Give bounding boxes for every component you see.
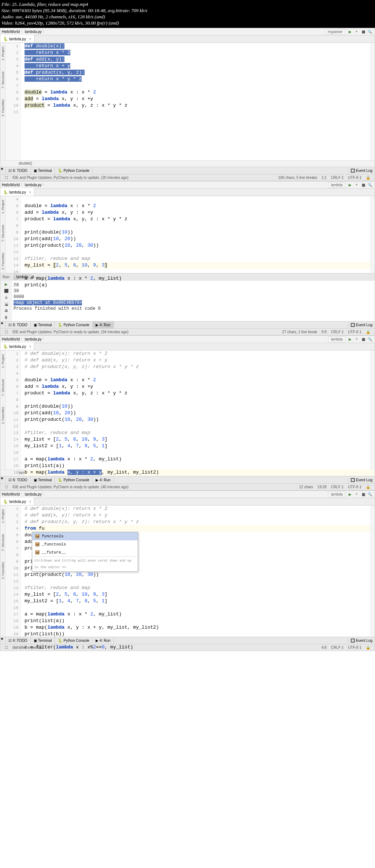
python-file-icon: 🐍	[3, 37, 8, 41]
code-editor[interactable]: 12345678910111213141516171819202122 # de…	[5, 505, 375, 637]
stop-icon[interactable]: ⬛	[4, 289, 9, 294]
event-log-button[interactable]: 🔲 Event Log	[348, 322, 375, 328]
editor-scrollbar[interactable]	[370, 43, 375, 160]
video-line: Video: h264, yuv420p, 1280x720, 572 kb/s…	[1, 20, 374, 26]
layout-icon[interactable]: ⬓	[4, 302, 9, 307]
python-file-icon: 🐍	[3, 190, 8, 194]
python-console-tab[interactable]: 🐍Python Console	[55, 321, 93, 328]
run-icon[interactable]: ▶	[347, 336, 353, 342]
code-editor[interactable]: 1234567891011 def double(x): return x * …	[5, 43, 375, 160]
close-icon[interactable]: ×	[29, 345, 31, 349]
editor-scrollbar[interactable]	[370, 505, 375, 637]
project-tool[interactable]: 1: Project	[1, 47, 5, 60]
terminal-tab[interactable]: ▣Terminal	[31, 321, 55, 328]
ide-pane-2: HelloWorld〉lambda.py〉 lambda ▶⌖▦🔍 🐍lambd…	[0, 181, 375, 335]
star-icon[interactable]: ★	[0, 167, 5, 174]
editor-tab-lambda[interactable]: 🐍lambda.py×	[0, 188, 34, 196]
run-tab[interactable]: ▶4: Run	[93, 476, 114, 483]
audio-line: Audio: aac, 44100 Hz, 2 channels, s16, 1…	[1, 14, 374, 20]
breadcrumb-file[interactable]: lambda.py	[25, 30, 42, 34]
event-log-button[interactable]: 🔲 Event Log	[348, 168, 375, 173]
editor-tab-lambda[interactable]: 🐍lambda.py×	[0, 343, 34, 350]
editor-scrollbar[interactable]	[370, 196, 375, 273]
breadcrumb-file[interactable]: lambda.py	[25, 492, 42, 496]
encoding[interactable]: UTF-8 ‡	[348, 176, 361, 180]
autocomplete-item[interactable]: 📦functools	[32, 532, 138, 540]
close-icon[interactable]: ×	[29, 37, 31, 41]
favorites-tool[interactable]: 2: Favorites	[1, 99, 5, 117]
structure-tool[interactable]: 7: Structure	[1, 71, 5, 89]
autocomplete-popup[interactable]: 📦functools 📦_functools 📦__future__ Ctrl+…	[32, 532, 138, 572]
left-tool-window-bar[interactable]: 1: Project7: Structure2: Favorites	[0, 350, 5, 470]
python-console-tab[interactable]: 🐍Python Console	[55, 167, 93, 174]
status-bar: ☐IDE and Plugin Updates: PyCharm is read…	[0, 174, 375, 181]
breadcrumb-project[interactable]: HelloWorld	[2, 30, 20, 34]
run-config-selector[interactable]: lambda	[328, 492, 345, 497]
run-icon[interactable]: ▶	[347, 491, 353, 497]
run-tab[interactable]: ▶4: Run	[93, 321, 114, 328]
code-area[interactable]: def double(x): return x * 2 def add(x, y…	[21, 43, 375, 109]
search-icon[interactable]: 🔍	[367, 491, 373, 497]
star-icon[interactable]: ★	[0, 476, 5, 483]
close-icon[interactable]: ×	[29, 190, 31, 194]
todo-tab[interactable]: ☑6: TODO	[5, 167, 31, 174]
lock-icon[interactable]: 🔒	[366, 485, 370, 489]
star-icon[interactable]: ★	[0, 637, 5, 644]
lock-icon[interactable]: 🔒	[366, 176, 370, 180]
search-icon[interactable]: 🔍	[367, 182, 373, 188]
size-line: Size: 99974303 bytes (95.34 MiB), durati…	[1, 8, 374, 14]
print-icon[interactable]: 🖶	[4, 309, 9, 314]
lock-icon[interactable]: 🔒	[366, 330, 370, 334]
search-icon[interactable]: 🔍	[367, 336, 373, 342]
code-editor[interactable]: 12345678910111213141516171819 # def doub…	[5, 350, 375, 470]
layout-icon[interactable]: ▦	[360, 491, 366, 497]
trash-icon[interactable]: 🗑	[4, 315, 9, 320]
autocomplete-item[interactable]: 📦_functools	[32, 540, 138, 548]
autocomplete-item[interactable]: 📦__future__	[32, 548, 138, 556]
breadcrumb-file[interactable]: lambda.py	[25, 337, 42, 341]
breadcrumb-project[interactable]: HelloWorld	[2, 492, 20, 496]
run-config-selector[interactable]: lambda	[328, 336, 345, 342]
breadcrumb-project[interactable]: HelloWorld	[2, 183, 20, 187]
debug-icon[interactable]: ⌖	[354, 29, 360, 34]
run-config-selector[interactable]: lambda	[328, 182, 345, 188]
close-icon[interactable]: ×	[29, 500, 31, 504]
editor-tab-lambda[interactable]: 🐍 lambda.py ×	[0, 35, 34, 43]
debug-icon[interactable]: ⌖	[354, 491, 360, 497]
layout-icon[interactable]: ▦	[360, 336, 366, 342]
status-message: IDE and Plugin Updates: PyCharm is ready…	[12, 176, 129, 180]
terminal-tab[interactable]: ▣Terminal	[31, 476, 55, 483]
run-config-selector[interactable]: myparser	[325, 29, 345, 34]
left-tool-window-bar[interactable]: 1: Project7: Structure2: Favorites	[0, 505, 5, 637]
editor-tab-lambda[interactable]: 🐍lambda.py×	[0, 498, 34, 505]
layout-icon[interactable]: ▦	[360, 182, 366, 188]
debug-icon[interactable]: ⌖	[354, 182, 360, 188]
breadcrumb-file[interactable]: lambda.py	[25, 183, 42, 187]
ide-pane-3: HelloWorld〉lambda.py〉 lambda ▶⌖▦🔍 🐍lambd…	[0, 335, 375, 490]
star-icon[interactable]: ★	[0, 321, 5, 328]
search-icon[interactable]: 🔍	[367, 29, 373, 34]
editor-tabs: 🐍 lambda.py ×	[0, 36, 375, 43]
editor-scrollbar[interactable]	[370, 350, 375, 470]
todo-tab[interactable]: ☑6: TODO	[5, 321, 31, 328]
line-sep[interactable]: CRLF ‡	[331, 176, 344, 180]
code-editor[interactable]: 4567891011121314151617 double = lambda x…	[5, 196, 375, 273]
top-toolbar: HelloWorld 〉 lambda.py 〉 myparser ▶ ⌖ ▦ …	[0, 28, 375, 36]
python-console-tab[interactable]: 🐍Python Console	[55, 476, 93, 483]
run-icon[interactable]: ▶	[347, 29, 353, 34]
status-message: IDE and Plugin Updates: PyCharm is ready…	[12, 330, 129, 334]
video-info-header: File: 25. Lambda, filter, reduce and map…	[0, 0, 375, 28]
left-tool-window-bar[interactable]: 1: Project 7: Structure 2: Favorites	[0, 43, 5, 160]
debug-icon[interactable]: ⌖	[354, 336, 360, 342]
todo-tab[interactable]: ☑6: TODO	[5, 476, 31, 483]
run-icon[interactable]: ▶	[347, 182, 353, 188]
autocomplete-hint: Ctrl+Down and Ctrl+Up will move caret do…	[32, 556, 138, 571]
layout-icon[interactable]: ⇊	[4, 295, 9, 301]
left-tool-window-bar[interactable]: 1: Project7: Structure2: Favorites	[0, 196, 5, 273]
line-gutter: 1234567891011	[5, 43, 21, 160]
python-file-icon: 🐍	[3, 500, 8, 504]
terminal-tab[interactable]: ▣Terminal	[31, 167, 55, 174]
layout-icon[interactable]: ▦	[360, 29, 366, 34]
breadcrumb-project[interactable]: HelloWorld	[2, 337, 20, 341]
event-log-button[interactable]: 🔲 Event Log	[348, 477, 375, 483]
